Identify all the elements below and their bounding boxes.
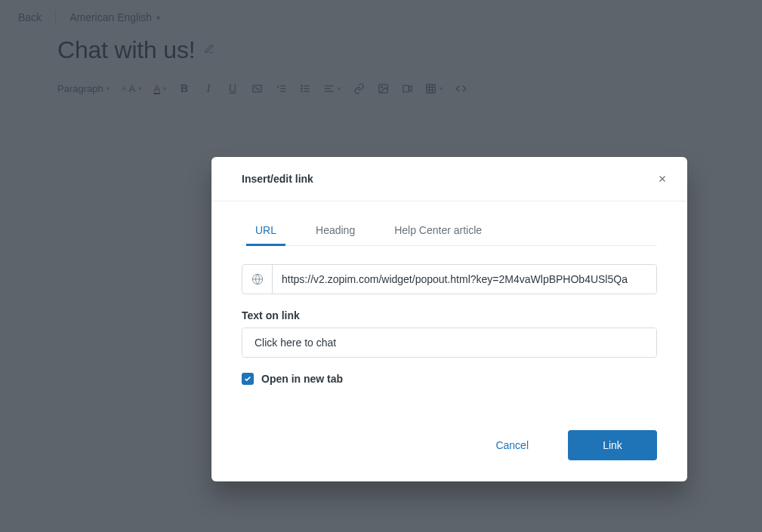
globe-icon [242,265,273,294]
open-new-tab-label: Open in new tab [261,373,343,385]
cancel-button[interactable]: Cancel [474,430,550,460]
text-field-group: Text on link [242,309,657,358]
modal-tabs: URL Heading Help Center article [242,214,657,246]
url-input[interactable] [273,265,656,294]
open-new-tab-checkbox[interactable] [242,373,254,385]
url-input-wrap [242,264,657,294]
modal-body: URL Heading Help Center article Text on … [211,201,687,403]
modal-title: Insert/edit link [242,173,313,185]
tab-heading[interactable]: Heading [311,214,359,245]
url-field-group [242,264,657,294]
tab-url[interactable]: URL [251,214,281,245]
tab-help-center-article[interactable]: Help Center article [390,214,486,245]
open-new-tab-row: Open in new tab [242,373,657,385]
close-button[interactable] [656,172,669,186]
modal-footer: Cancel Link [211,403,687,481]
insert-link-modal: Insert/edit link URL Heading Help Center… [211,157,687,481]
text-input-wrap [242,328,657,358]
link-submit-button[interactable]: Link [568,430,657,460]
text-on-link-label: Text on link [242,309,657,321]
link-text-input[interactable] [242,328,656,357]
modal-header: Insert/edit link [211,157,687,201]
